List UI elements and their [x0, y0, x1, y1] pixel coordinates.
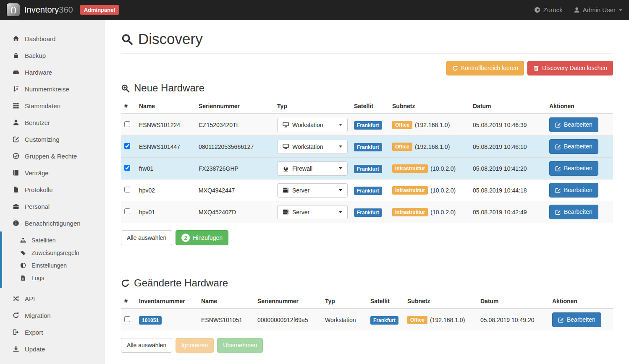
- clear-control-button[interactable]: Kontrollbereich leeren: [446, 61, 524, 75]
- sidebar-item-logs[interactable]: Logs: [2, 272, 105, 284]
- row-checkbox[interactable]: [124, 208, 130, 214]
- discovery-date: 05.08.2019 10:41:20: [473, 165, 527, 172]
- brand[interactable]: ( ) Inventory360 Adminpanel: [6, 3, 119, 17]
- edit-icon: [555, 122, 561, 128]
- row-checkbox[interactable]: [124, 121, 130, 127]
- brand-suffix: 360: [59, 5, 73, 14]
- sidebar-item-api[interactable]: API: [0, 290, 105, 307]
- hardware-name: ESNWS101447: [139, 143, 180, 150]
- sidebar-item-benachrichtigungen[interactable]: Benachrichtigungen: [0, 215, 105, 231]
- selected-count-badge: 2: [181, 234, 190, 242]
- caret-down-icon: [339, 211, 342, 213]
- discovery-date: 05.08.2019 10:46:39: [473, 122, 527, 128]
- sidebar-item-nummernkreise[interactable]: Nummernkreise: [0, 81, 105, 97]
- satellite-badge: Frankfurt: [370, 316, 398, 325]
- sidebar-item-protokolle[interactable]: Protokolle: [0, 181, 105, 198]
- add-button[interactable]: 2 Hinzufügen: [176, 230, 228, 245]
- edit-button-label: Bearbeiten: [564, 164, 592, 172]
- page-title: Discovery: [121, 31, 613, 47]
- row-checkbox[interactable]: [124, 187, 130, 192]
- type-select[interactable]: Firewall: [277, 161, 348, 176]
- sidebar-item-dashboard[interactable]: Dashboard: [0, 30, 105, 47]
- subnet-badge: Infrastruktur: [392, 164, 428, 173]
- changed-hardware-title: Geänderte Hardware: [121, 277, 613, 289]
- ignore-button[interactable]: Ignorieren: [176, 338, 214, 353]
- main-content: Discovery Kontrollbereich leeren Discove…: [105, 20, 629, 364]
- edit-button-label: Bearbeiten: [564, 208, 592, 216]
- subnet-cell: Office(192.168.1.0): [407, 316, 474, 324]
- sidebar-item-einstellungen[interactable]: Einstellungen: [2, 259, 105, 272]
- sidebar-item-export[interactable]: Export: [0, 324, 105, 341]
- grid-icon: [13, 102, 19, 109]
- hardware-name: ESNWS101224: [139, 122, 180, 128]
- sidebar-item-label: Update: [25, 346, 45, 353]
- edit-icon: [555, 187, 561, 193]
- discovery-date: 05.08.2019 10:44:18: [473, 187, 527, 194]
- new-hardware-title: Neue Hardware: [121, 82, 613, 94]
- refresh-icon: [121, 279, 130, 288]
- column-header: Inventarnummer: [136, 294, 198, 309]
- select-all-button[interactable]: Alle auswählen: [121, 338, 172, 353]
- type-select-value: Server: [292, 209, 309, 216]
- edit-icon: [555, 166, 561, 172]
- column-header: #: [121, 99, 136, 114]
- type-select[interactable]: Server: [277, 205, 348, 219]
- row-checkbox[interactable]: [124, 316, 130, 322]
- sidebar-item-label: Stammdaten: [25, 102, 60, 109]
- type-select[interactable]: Server: [277, 183, 348, 198]
- satellite-badge: Frankfurt: [354, 143, 382, 151]
- type-select-value: Server: [292, 187, 309, 194]
- server-icon: [283, 187, 289, 193]
- sidebar-item-gruppen-rechte[interactable]: Gruppen & Rechte: [0, 148, 105, 164]
- back-link[interactable]: Zurück: [534, 6, 563, 13]
- subnet-badge: Infrastruktur: [392, 186, 428, 195]
- edit-button[interactable]: Bearbeiten: [549, 183, 598, 198]
- adjust-icon: [20, 263, 26, 268]
- delete-discovery-data-button[interactable]: Discovery Daten löschen: [527, 61, 613, 75]
- edit-button[interactable]: Bearbeiten: [549, 205, 598, 219]
- column-header: Aktionen: [549, 294, 613, 309]
- sidebar-item-label: Protokolle: [25, 186, 53, 193]
- select-all-button[interactable]: Alle auswählen: [121, 230, 172, 245]
- server-icon: [283, 209, 289, 215]
- column-header: Satellit: [367, 294, 404, 309]
- subnet-badge: Infrastruktur: [392, 208, 428, 216]
- sidebar-item-personal[interactable]: Personal: [0, 198, 105, 215]
- sidebar-item-update[interactable]: Update: [0, 341, 105, 357]
- edit-icon: [555, 144, 561, 150]
- hardware-name: hpv02: [139, 187, 155, 194]
- apply-button[interactable]: Übernehmen: [217, 338, 263, 353]
- sidebar-item-label: Customizing: [25, 136, 60, 143]
- adminpanel-badge: Adminpanel: [80, 5, 119, 15]
- sidebar-item-label: API: [25, 295, 35, 302]
- sidebar-item-satelliten[interactable]: Satelliten: [2, 234, 105, 247]
- edit-button[interactable]: Bearbeiten: [549, 161, 598, 176]
- serial-number: 08011220535666127: [199, 143, 254, 150]
- sidebar-item-hardware[interactable]: Hardware: [0, 64, 105, 81]
- sidebar-item-migration[interactable]: Migration: [0, 307, 105, 324]
- add-label: Hinzufügen: [193, 234, 223, 242]
- sidebar-item-stammdaten[interactable]: Stammdaten: [0, 97, 105, 114]
- type-select-value: Firewall: [292, 165, 312, 172]
- row-checkbox[interactable]: [124, 143, 130, 149]
- type-select-value: Workstation: [292, 143, 323, 150]
- sidebar-item-label: Verträge: [25, 169, 49, 177]
- type-select[interactable]: Workstation: [277, 140, 348, 154]
- row-checkbox[interactable]: [124, 165, 130, 171]
- edit-button[interactable]: Bearbeiten: [552, 312, 601, 327]
- user-menu[interactable]: Admin User: [574, 6, 623, 13]
- sidebar-item-label: Benutzer: [25, 119, 50, 126]
- back-label: Zurück: [543, 6, 563, 13]
- sidebar-item-zuweisungsregeln[interactable]: Zuweisungsregeln: [2, 247, 105, 259]
- sidebar-item-vertr-ge[interactable]: Verträge: [0, 164, 105, 181]
- desktop-icon: [283, 143, 289, 150]
- edit-button[interactable]: Bearbeiten: [549, 139, 598, 154]
- edit-button[interactable]: Bearbeiten: [549, 117, 598, 132]
- file-text-icon: [20, 275, 26, 281]
- sidebar-item-benutzer[interactable]: Benutzer: [0, 114, 105, 131]
- column-header: Datum: [477, 294, 549, 309]
- sidebar-item-backup[interactable]: Backup: [0, 47, 105, 64]
- clear-control-label: Kontrollbereich leeren: [461, 64, 518, 72]
- sidebar-item-customizing[interactable]: Customizing: [0, 131, 105, 148]
- type-select[interactable]: Workstation: [277, 118, 348, 132]
